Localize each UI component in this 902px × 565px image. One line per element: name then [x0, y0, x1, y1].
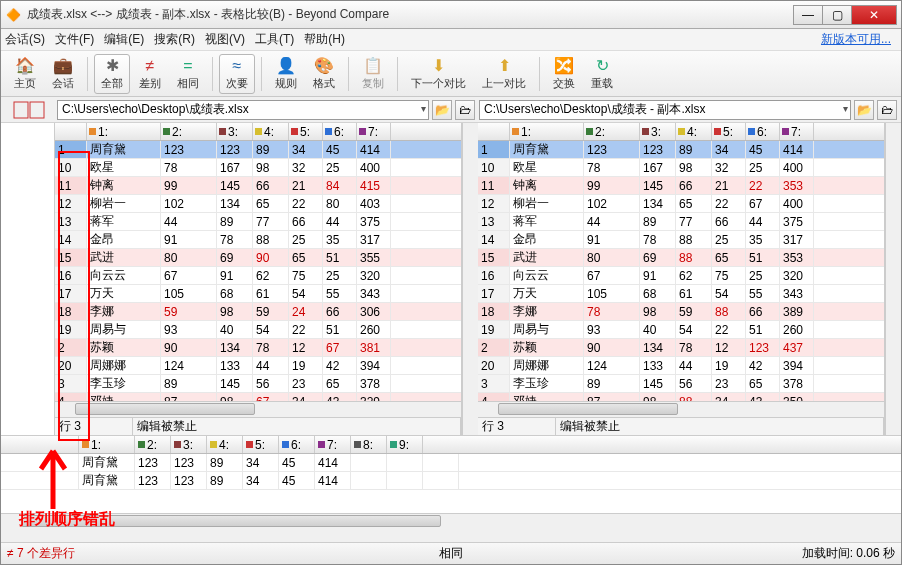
- menu-file[interactable]: 文件(F): [55, 31, 94, 48]
- close-button[interactable]: ✕: [851, 5, 897, 25]
- table-row[interactable]: 12柳岩一102134652280403: [55, 195, 461, 213]
- swap-button[interactable]: 🔀交换: [546, 54, 582, 94]
- table-row[interactable]: 3李玉珍89145562365378: [55, 375, 461, 393]
- prev-diff-button[interactable]: ⬆上一对比: [475, 54, 533, 94]
- table-row[interactable]: 20周娜娜124133441942394: [55, 357, 461, 375]
- reload-button[interactable]: ↻重载: [584, 54, 620, 94]
- table-row[interactable]: 2苏颖90134781267381: [55, 339, 461, 357]
- left-grid[interactable]: 1周育黛12312389344541410欧星7816798322540011钟…: [55, 141, 461, 401]
- table-row[interactable]: 14金昂9178882535317: [478, 231, 884, 249]
- column-header[interactable]: 6:: [323, 123, 357, 140]
- minimize-button[interactable]: —: [793, 5, 823, 25]
- table-row[interactable]: 18李娜5998592466306: [55, 303, 461, 321]
- cell: 124: [584, 357, 640, 374]
- format-button[interactable]: 🎨格式: [306, 54, 342, 94]
- menu-view[interactable]: 视图(V): [205, 31, 245, 48]
- column-header[interactable]: 8:: [351, 436, 387, 453]
- table-row[interactable]: 1周育黛123123893445414: [55, 141, 461, 159]
- update-link[interactable]: 新版本可用...: [821, 31, 891, 48]
- column-header[interactable]: 3:: [640, 123, 676, 140]
- table-row[interactable]: 19周易与9340542251260: [478, 321, 884, 339]
- table-row[interactable]: 17万天10568615455343: [478, 285, 884, 303]
- detail-rows[interactable]: 周育黛123123893445414周育黛123123893445414: [1, 454, 901, 513]
- table-row[interactable]: 4邓婕8798883443350: [478, 393, 884, 401]
- detail-hscroll[interactable]: [1, 513, 901, 529]
- column-header[interactable]: 1:: [510, 123, 584, 140]
- table-row[interactable]: 13蒋军4489776644375: [55, 213, 461, 231]
- menu-search[interactable]: 搜索(R): [154, 31, 195, 48]
- column-header[interactable]: 4:: [207, 436, 243, 453]
- column-header[interactable]: 2:: [135, 436, 171, 453]
- menu-session[interactable]: 会话(S): [5, 31, 45, 48]
- table-row[interactable]: 2苏颖901347812123437: [478, 339, 884, 357]
- column-header[interactable]: 4:: [676, 123, 712, 140]
- table-row[interactable]: 10欧星78167983225400: [478, 159, 884, 177]
- left-open-button[interactable]: 📂: [432, 100, 452, 120]
- session-button[interactable]: 💼会话: [45, 54, 81, 94]
- table-row[interactable]: 3李玉珍89145562365378: [478, 375, 884, 393]
- left-hscroll[interactable]: [55, 401, 461, 417]
- column-header[interactable]: 9:: [387, 436, 423, 453]
- table-row[interactable]: 15武进8069886551353: [478, 249, 884, 267]
- column-header[interactable]: 5:: [289, 123, 323, 140]
- chevron-down-icon[interactable]: ▾: [843, 103, 848, 114]
- right-path-input[interactable]: C:\Users\echo\Desktop\成绩表 - 副本.xlsx▾: [479, 100, 851, 120]
- diff-button[interactable]: ≠差别: [132, 54, 168, 94]
- copy-button[interactable]: 📋复制: [355, 54, 391, 94]
- table-row[interactable]: 20周娜娜124133441942394: [478, 357, 884, 375]
- table-row[interactable]: 15武进8069906551355: [55, 249, 461, 267]
- rules-button[interactable]: 👤规则: [268, 54, 304, 94]
- column-header[interactable]: 7:: [780, 123, 814, 140]
- menu-edit[interactable]: 编辑(E): [104, 31, 144, 48]
- column-header[interactable]: 4:: [253, 123, 289, 140]
- next-diff-button[interactable]: ⬇下一个对比: [404, 54, 473, 94]
- column-header[interactable]: 6:: [746, 123, 780, 140]
- right-hscroll[interactable]: [478, 401, 884, 417]
- column-header[interactable]: 3:: [217, 123, 253, 140]
- column-header[interactable]: 7:: [357, 123, 391, 140]
- column-header[interactable]: 3:: [171, 436, 207, 453]
- column-header[interactable]: [55, 123, 87, 140]
- column-header[interactable]: 7:: [315, 436, 351, 453]
- column-header[interactable]: 1:: [87, 123, 161, 140]
- table-row[interactable]: 11钟离99145662184415: [55, 177, 461, 195]
- table-row[interactable]: 14金昂9178882535317: [55, 231, 461, 249]
- same-button[interactable]: =相同: [170, 54, 206, 94]
- column-header[interactable]: 1:: [79, 436, 135, 453]
- table-row[interactable]: 16向云云6791627525320: [55, 267, 461, 285]
- table-row[interactable]: 17万天10568615455343: [55, 285, 461, 303]
- left-browse-button[interactable]: 🗁: [455, 100, 475, 120]
- menu-tools[interactable]: 工具(T): [255, 31, 294, 48]
- column-header[interactable]: 5:: [712, 123, 746, 140]
- left-path-input[interactable]: C:\Users\echo\Desktop\成绩表.xlsx▾: [57, 100, 429, 120]
- menu-help[interactable]: 帮助(H): [304, 31, 345, 48]
- table-row[interactable]: 周育黛123123893445414: [1, 454, 901, 472]
- table-row[interactable]: 19周易与9340542251260: [55, 321, 461, 339]
- table-row[interactable]: 1周育黛123123893445414: [478, 141, 884, 159]
- secondary-button[interactable]: ≈次要: [219, 54, 255, 94]
- maximize-button[interactable]: ▢: [822, 5, 852, 25]
- table-row[interactable]: 12柳岩一102134652267400: [478, 195, 884, 213]
- table-row[interactable]: 18李娜7898598866389: [478, 303, 884, 321]
- table-row[interactable]: 10欧星78167983225400: [55, 159, 461, 177]
- column-header[interactable]: 6:: [279, 436, 315, 453]
- column-header[interactable]: 2:: [161, 123, 217, 140]
- table-row[interactable]: 4邓婕8798673443329: [55, 393, 461, 401]
- chevron-down-icon[interactable]: ▾: [421, 103, 426, 114]
- home-button[interactable]: 🏠主页: [7, 54, 43, 94]
- vscroll[interactable]: [462, 123, 478, 435]
- right-open-button[interactable]: 📂: [854, 100, 874, 120]
- column-header[interactable]: 5:: [243, 436, 279, 453]
- table-row[interactable]: 11钟离99145662122353: [478, 177, 884, 195]
- column-header[interactable]: 2:: [584, 123, 640, 140]
- table-row[interactable]: 16向云云6791627525320: [478, 267, 884, 285]
- all-button[interactable]: ✱全部: [94, 54, 130, 94]
- right-grid[interactable]: 1周育黛12312389344541410欧星7816798322540011钟…: [478, 141, 884, 401]
- table-row[interactable]: 13蒋军4489776644375: [478, 213, 884, 231]
- table-row[interactable]: 周育黛123123893445414: [1, 472, 901, 490]
- right-browse-button[interactable]: 🗁: [877, 100, 897, 120]
- thumbnail-icon[interactable]: [5, 101, 53, 119]
- vscroll[interactable]: [885, 123, 901, 435]
- column-header[interactable]: [1, 436, 79, 453]
- column-header[interactable]: [478, 123, 510, 140]
